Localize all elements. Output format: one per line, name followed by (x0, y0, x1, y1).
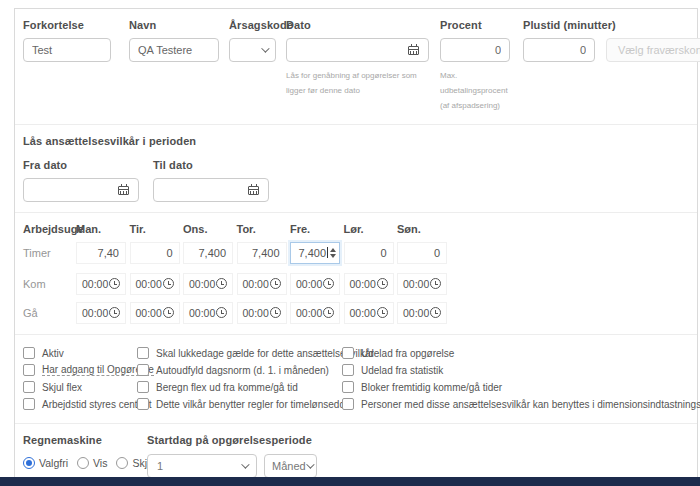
radio-skjul[interactable] (116, 457, 128, 469)
clock-icon[interactable] (323, 307, 334, 318)
gaa-input-lor[interactable]: 00:00 (344, 302, 394, 324)
number-spinner-icon[interactable] (330, 248, 336, 258)
arbejdsuge-header: Arbejdsuge (23, 223, 76, 235)
time-value: 00:00 (350, 278, 376, 290)
navn-input[interactable] (129, 38, 219, 62)
day-header-son: Søn. (397, 223, 451, 235)
procent-input[interactable] (440, 38, 510, 62)
checkbox-icon[interactable] (23, 398, 35, 410)
timer-input-ons[interactable]: 7,400 (183, 242, 233, 264)
timer-value: 7,400 (298, 247, 326, 259)
gaa-input-man[interactable]: 00:00 (76, 302, 126, 324)
clock-icon[interactable] (270, 307, 281, 318)
gaa-input-tir[interactable]: 00:00 (130, 302, 180, 324)
clock-icon[interactable] (377, 307, 388, 318)
checkbox-icon[interactable] (342, 364, 354, 376)
gaa-input-ons[interactable]: 00:00 (183, 302, 233, 324)
plustid-input[interactable] (523, 38, 595, 62)
timer-input-man[interactable]: 7,40 (76, 242, 126, 264)
startdag-group: Startdag på opgørelsesperiode 1 Måned (147, 434, 317, 478)
regnemaskine-label: Regnemaskine (23, 434, 141, 446)
aarsagskode-select[interactable] (229, 38, 276, 62)
clock-icon[interactable] (216, 278, 227, 289)
period-select[interactable]: Måned (264, 454, 317, 478)
timer-value: 7,400 (198, 247, 226, 259)
kom-input-lor[interactable]: 00:00 (344, 273, 394, 295)
kom-input-tor[interactable]: 00:00 (237, 273, 287, 295)
clock-icon[interactable] (109, 307, 120, 318)
checkbox-icon[interactable] (342, 347, 354, 359)
til-dato-input[interactable] (153, 178, 269, 202)
kom-input-son[interactable]: 00:00 (397, 273, 447, 295)
checkbox-icon[interactable] (137, 381, 149, 393)
field-forkortelse: Forkortelse (23, 19, 111, 62)
checkbox-label: Dette vilkår benytter regler for timeløn… (156, 399, 353, 410)
day-header-ons: Ons. (183, 223, 237, 235)
field-procent: Procent Max. udbetalingsprocent (af afsp… (440, 19, 510, 114)
time-value: 00:00 (136, 307, 162, 319)
checkbox-icon[interactable] (137, 398, 149, 410)
checkbox-har-adgang-til-opgoerelse[interactable]: Har adgang til Opgørelse (23, 362, 137, 379)
gaa-input-fre[interactable]: 00:00 (290, 302, 340, 324)
checkbox-timeloenseddel[interactable]: Dette vilkår benytter regler for timeløn… (137, 396, 342, 413)
kom-input-man[interactable]: 00:00 (76, 273, 126, 295)
kom-input-tir[interactable]: 00:00 (130, 273, 180, 295)
checkbox-beregn-flex[interactable]: Beregn flex ud fra komme/gå tid (137, 379, 342, 396)
checkbox-icon[interactable] (23, 347, 35, 359)
time-value: 00:00 (189, 307, 215, 319)
checkbox-icon[interactable] (137, 347, 149, 359)
startdag-label: Startdag på opgørelsesperiode (147, 434, 317, 446)
kom-input-ons[interactable]: 00:00 (183, 273, 233, 295)
startdag-day-select[interactable]: 1 (147, 454, 257, 478)
checkbox-arbejdstid-styres-centralt[interactable]: Arbejdstid styres centralt (23, 396, 137, 413)
checkbox-label: Aktiv (42, 348, 64, 359)
clock-icon[interactable] (323, 278, 334, 289)
timer-input-son[interactable]: 0 (397, 242, 447, 264)
lock-period-title: Lås ansættelsesvilkår i perioden (23, 135, 687, 147)
checkbox-icon[interactable] (342, 381, 354, 393)
checkbox-udelad-fra-opgoerelse[interactable]: Udelad fra opgørelse (342, 345, 700, 362)
chevron-down-icon (306, 460, 314, 468)
gaa-input-tor[interactable]: 00:00 (237, 302, 287, 324)
top-form-section: Forkortelse Navn Årsagskode Dato (15, 9, 697, 124)
day-header-tor: Tor. (237, 223, 291, 235)
checkbox-autoudfyld-dagsnorm[interactable]: Autoudfyld dagsnorm (d. 1. i måneden) (137, 362, 342, 379)
radio-vis[interactable] (77, 457, 89, 469)
checkbox-personer-dimensionsindtastning[interactable]: Personer med disse ansættelsesvilkår kan… (342, 396, 700, 413)
checkbox-aktiv[interactable]: Aktiv (23, 345, 137, 362)
field-dato: Dato Lås for genåbning af opgørelser som… (286, 19, 429, 98)
gaa-input-son[interactable]: 00:00 (397, 302, 447, 324)
forkortelse-input[interactable] (23, 38, 111, 62)
checkbox-skal-lukkedage[interactable]: Skal lukkedage gælde for dette ansættels… (137, 345, 342, 362)
radio-valgfri[interactable] (23, 457, 35, 469)
timer-input-tir[interactable]: 0 (130, 242, 180, 264)
checkbox-icon[interactable] (342, 398, 354, 410)
timer-input-tor[interactable]: 7,400 (237, 242, 287, 264)
checkbox-udelad-fra-statistik[interactable]: Udelad fra statistik (342, 362, 700, 379)
timer-row-label: Timer (23, 247, 76, 259)
checkbox-skjul-flex[interactable]: Skjul flex (23, 379, 137, 396)
clock-icon[interactable] (430, 307, 441, 318)
checkbox-icon[interactable] (23, 364, 35, 376)
clock-icon[interactable] (109, 278, 120, 289)
checkbox-bloker-fremtidig[interactable]: Bloker fremtidig komme/gå tider (342, 379, 700, 396)
checkbox-icon[interactable] (23, 381, 35, 393)
startdag-day-value: 1 (157, 460, 163, 472)
timer-input-fre-focused[interactable]: 7,400 (290, 242, 340, 264)
employment-terms-panel: Forkortelse Navn Årsagskode Dato (14, 8, 698, 486)
clock-icon[interactable] (377, 278, 388, 289)
field-plustid: Plustid (minutter) (523, 19, 595, 62)
clock-icon[interactable] (216, 307, 227, 318)
day-header-lor: Lør. (344, 223, 398, 235)
dato-input[interactable] (286, 38, 429, 62)
clock-icon[interactable] (163, 307, 174, 318)
checkbox-icon[interactable] (137, 364, 149, 376)
kom-input-fre[interactable]: 00:00 (290, 273, 340, 295)
clock-icon[interactable] (270, 278, 281, 289)
clock-icon[interactable] (163, 278, 174, 289)
vaelg-fravaerskonti-button[interactable]: Vælg fraværskonti (606, 38, 700, 62)
timer-input-lor[interactable]: 0 (344, 242, 394, 264)
clock-icon[interactable] (430, 278, 441, 289)
fra-dato-input[interactable] (23, 178, 139, 202)
time-value: 00:00 (82, 307, 108, 319)
